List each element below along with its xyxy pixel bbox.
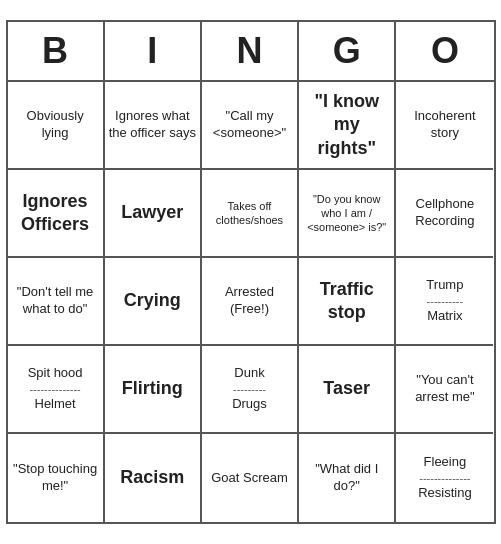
bingo-cell-20: "Stop touching me!" bbox=[8, 434, 105, 522]
header-letter-b: B bbox=[8, 22, 105, 80]
bingo-cell-3: "I know my rights" bbox=[299, 82, 396, 170]
bingo-cell-14: Trump ---------- Matrix bbox=[396, 258, 493, 346]
bingo-cell-24: Fleeing -------------- Resisting bbox=[396, 434, 493, 522]
bingo-cell-17: Dunk --------- Drugs bbox=[202, 346, 299, 434]
header-letter-g: G bbox=[299, 22, 396, 80]
header-letter-o: O bbox=[396, 22, 493, 80]
bingo-cell-2: "Call my <someone>" bbox=[202, 82, 299, 170]
bingo-card: BINGO Obviously lyingIgnores what the of… bbox=[6, 20, 496, 524]
bingo-cell-21: Racism bbox=[105, 434, 202, 522]
bingo-cell-6: Lawyer bbox=[105, 170, 202, 258]
bingo-header: BINGO bbox=[8, 22, 494, 82]
bingo-cell-12: Arrested (Free!) bbox=[202, 258, 299, 346]
header-letter-n: N bbox=[202, 22, 299, 80]
bingo-cell-19: "You can't arrest me" bbox=[396, 346, 493, 434]
bingo-cell-18: Taser bbox=[299, 346, 396, 434]
bingo-cell-9: Cellphone Recording bbox=[396, 170, 493, 258]
bingo-cell-8: "Do you know who I am / <someone> is?" bbox=[299, 170, 396, 258]
bingo-cell-10: "Don't tell me what to do" bbox=[8, 258, 105, 346]
bingo-cell-1: Ignores what the officer says bbox=[105, 82, 202, 170]
bingo-cell-4: Incoherent story bbox=[396, 82, 493, 170]
bingo-cell-16: Flirting bbox=[105, 346, 202, 434]
bingo-cell-5: Ignores Officers bbox=[8, 170, 105, 258]
bingo-cell-11: Crying bbox=[105, 258, 202, 346]
bingo-cell-22: Goat Scream bbox=[202, 434, 299, 522]
header-letter-i: I bbox=[105, 22, 202, 80]
bingo-cell-23: "What did I do?" bbox=[299, 434, 396, 522]
bingo-cell-7: Takes off clothes/shoes bbox=[202, 170, 299, 258]
bingo-grid: Obviously lyingIgnores what the officer … bbox=[8, 82, 494, 522]
bingo-cell-13: Traffic stop bbox=[299, 258, 396, 346]
bingo-cell-15: Spit hood -------------- Helmet bbox=[8, 346, 105, 434]
bingo-cell-0: Obviously lying bbox=[8, 82, 105, 170]
